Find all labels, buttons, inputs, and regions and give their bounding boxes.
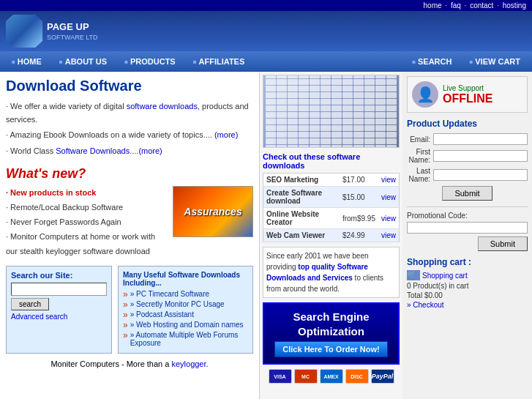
topbar-faq-link[interactable]: faq bbox=[451, 1, 461, 10]
email-input[interactable] bbox=[433, 133, 528, 145]
seo-banner[interactable]: Search Engine Optimization Click Here To… bbox=[263, 302, 400, 365]
useful-link-3[interactable]: »» Podcast Assistant bbox=[123, 310, 248, 319]
sw-price-3: from$9.95 bbox=[340, 208, 378, 229]
search-box-area: Search our Site: search Advanced search bbox=[6, 266, 112, 354]
topbar-home-link[interactable]: home bbox=[424, 1, 442, 10]
logo-subtext: SOFTWARE LTD bbox=[47, 34, 98, 41]
table-row: SEO Marketing $17.00 view bbox=[263, 174, 400, 187]
shopping-cart-link[interactable]: 🛒 Shopping cart bbox=[407, 270, 528, 280]
right-column: 👤 Live Support OFFLINE Product Updates E… bbox=[402, 72, 532, 399]
useful-link-5[interactable]: »» Automate Multiple Web Forums Exposure bbox=[123, 331, 248, 347]
left-column: Download Software · We offer a wide vari… bbox=[0, 72, 260, 399]
submit-button[interactable]: Submit bbox=[442, 186, 492, 201]
useful-links-area: Many Useful Software Downloads Including… bbox=[118, 266, 253, 354]
cart-link-text: Shopping cart bbox=[422, 272, 468, 280]
sw-name-2: Create Software download bbox=[263, 187, 340, 208]
search-input[interactable] bbox=[11, 283, 107, 296]
new-item-1: · New products in stock bbox=[6, 186, 167, 201]
useful-link-1[interactable]: »» PC Timecard Software bbox=[123, 290, 248, 299]
sw-table-title: Check out these software downloads bbox=[263, 152, 400, 170]
promo-code-label: Promotional Code: bbox=[407, 212, 528, 220]
new-item-4: · Monitor Computers at home or work with… bbox=[6, 230, 167, 259]
sw-view-1[interactable]: view bbox=[378, 174, 400, 187]
mastercard-icon: MC bbox=[294, 369, 318, 384]
shopping-cart-title: Shopping cart : bbox=[407, 257, 528, 267]
paypal-icon: PayPal bbox=[371, 369, 394, 384]
useful-link-4[interactable]: »» Web Hosting and Domain names bbox=[123, 321, 248, 329]
cart-total: Total $0.00 bbox=[407, 291, 528, 299]
sw-name-4: Web Cam Viewer bbox=[263, 229, 340, 242]
sw-view-3[interactable]: view bbox=[378, 208, 400, 229]
logo-area: PAGE UP SOFTWARE LTD bbox=[6, 15, 145, 48]
more-sw-link[interactable]: (more) bbox=[138, 146, 162, 155]
keyboard-image: // Generate keyboard key visuals documen… bbox=[263, 75, 400, 148]
nav-home[interactable]: ■HOME bbox=[3, 54, 50, 69]
payment-icons: VISA MC AMEX DISC PayPal bbox=[263, 369, 400, 384]
seo-order-button[interactable]: Click Here To Order Now! bbox=[274, 341, 387, 357]
page-title: Download Software bbox=[6, 78, 253, 94]
top-bar: home · faq · contact · hosting bbox=[0, 0, 532, 11]
submit-promo-button[interactable]: Submit bbox=[478, 236, 528, 251]
keyboard-keys-visual: // Generate keyboard key visuals documen… bbox=[266, 75, 397, 148]
divider bbox=[407, 206, 528, 207]
keylogger-link[interactable]: keylogger bbox=[171, 359, 206, 368]
sw-name-1: SEO Marketing bbox=[263, 174, 340, 187]
intro-line-1: · We offer a wide variety of digital sof… bbox=[6, 100, 253, 126]
table-row: Create Software download $15.00 view bbox=[263, 187, 400, 208]
middle-column: // Generate keyboard key visuals documen… bbox=[260, 72, 402, 399]
search-box-title: Search our Site: bbox=[11, 271, 107, 280]
navigation: ■HOME ■ABOUT US ■PRODUCTS ■AFFILIATES ■S… bbox=[0, 51, 532, 72]
whats-new-image: Assurances bbox=[173, 186, 253, 237]
sw-price-2: $15.00 bbox=[340, 187, 378, 208]
sw-price-1: $17.00 bbox=[340, 174, 378, 187]
nav-search[interactable]: ■SEARCH bbox=[403, 54, 460, 69]
support-text: Live Support OFFLINE bbox=[443, 84, 492, 105]
firstname-row: First Name: bbox=[407, 148, 528, 164]
cart-icon: 🛒 bbox=[407, 270, 420, 280]
checkout-link[interactable]: » Checkout bbox=[407, 301, 528, 309]
advanced-search-link[interactable]: Advanced search bbox=[11, 313, 107, 321]
sw-view-2[interactable]: view bbox=[378, 187, 400, 208]
intro-line-3: · World Class Software Downloads....(mor… bbox=[6, 145, 253, 158]
bottom-left-text: Moniter Computers - More than a keylogge… bbox=[6, 359, 253, 368]
promo-code-input[interactable] bbox=[407, 222, 528, 234]
sw-view-4[interactable]: view bbox=[378, 229, 400, 242]
useful-link-2[interactable]: »» Secretly Monitor PC Usage bbox=[123, 300, 248, 309]
sw-table-link[interactable]: Check out these software downloads bbox=[263, 152, 360, 170]
product-updates-title: Product Updates bbox=[407, 119, 528, 129]
topbar-hosting-link[interactable]: hosting bbox=[503, 1, 526, 10]
more-ebook-link[interactable]: (more) bbox=[214, 130, 238, 139]
software-dl-link2[interactable]: Software Downloads bbox=[56, 146, 130, 155]
software-downloads-link[interactable]: software downloads bbox=[127, 102, 198, 111]
email-row: Email: bbox=[407, 133, 528, 145]
sw-name-3: Online Website Creator bbox=[263, 208, 340, 229]
logo-icon bbox=[6, 15, 42, 48]
new-item-2: · Remote/Local Backup Software bbox=[6, 201, 167, 215]
description-box: Since early 2001 we have been providing … bbox=[263, 247, 400, 298]
table-row: Web Cam Viewer $24.99 view bbox=[263, 229, 400, 242]
search-button[interactable]: search bbox=[11, 298, 49, 310]
live-support-box: 👤 Live Support OFFLINE bbox=[407, 76, 528, 113]
header: PAGE UP SOFTWARE LTD bbox=[0, 11, 532, 51]
support-live-label: Live Support bbox=[443, 84, 492, 92]
support-status-badge: OFFLINE bbox=[443, 92, 492, 105]
discover-icon: DISC bbox=[345, 369, 369, 384]
seo-title: Search Engine Optimization bbox=[270, 310, 392, 338]
nav-affiliates[interactable]: ■AFFILIATES bbox=[184, 54, 254, 69]
intro-line-2: · Amazing Ebook Downloads on a wide vari… bbox=[6, 129, 253, 142]
sw-price-4: $24.99 bbox=[340, 229, 378, 242]
search-section: Search our Site: search Advanced search … bbox=[6, 266, 253, 354]
nav-products[interactable]: ■PRODUCTS bbox=[116, 54, 184, 69]
lastname-input[interactable] bbox=[433, 169, 528, 181]
email-label: Email: bbox=[407, 135, 430, 143]
firstname-input[interactable] bbox=[433, 150, 528, 162]
nav-about[interactable]: ■ABOUT US bbox=[50, 54, 116, 69]
useful-links-title: Many Useful Software Downloads Including… bbox=[123, 271, 248, 287]
software-table: SEO Marketing $17.00 view Create Softwar… bbox=[263, 173, 400, 242]
cart-item-count: 0 Product(s) in cart bbox=[407, 282, 528, 290]
support-avatar-icon: 👤 bbox=[412, 81, 438, 108]
nav-view-cart[interactable]: ■VIEW CART bbox=[460, 54, 529, 69]
new-item-3: · Never Forget Passwords Again bbox=[6, 215, 167, 230]
topbar-contact-link[interactable]: contact bbox=[470, 1, 493, 10]
whats-new-text: · New products in stock · Remote/Local B… bbox=[6, 186, 167, 258]
